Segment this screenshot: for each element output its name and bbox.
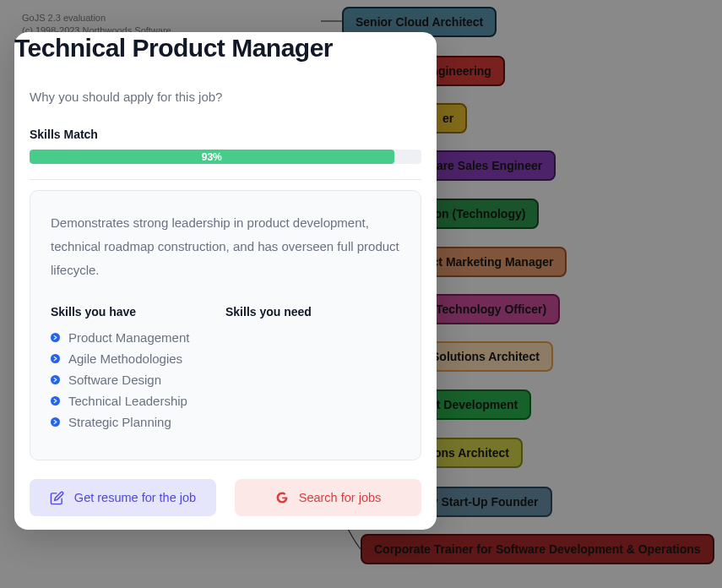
- details-card: Demonstrates strong leadership in produc…: [30, 190, 421, 460]
- modal-subtitle: Why you should apply for this job?: [30, 90, 421, 104]
- google-icon: [275, 491, 289, 504]
- skill-label: Strategic Planning: [68, 415, 171, 429]
- job-modal: Technical Product Manager Why you should…: [14, 32, 437, 530]
- arrow-bullet-icon: [51, 375, 60, 384]
- modal-title: Technical Product Manager: [14, 34, 437, 63]
- skills-match-progress: 93%: [30, 150, 421, 164]
- arrow-bullet-icon: [51, 354, 60, 363]
- skill-label: Technical Leadership: [68, 394, 187, 408]
- skills-match-progress-fill: 93%: [30, 150, 394, 164]
- skills-match-label: Skills Match: [30, 128, 421, 141]
- skill-item: Technical Leadership: [51, 394, 225, 408]
- arrow-bullet-icon: [51, 396, 60, 406]
- divider: [30, 179, 421, 180]
- skills-you-need-header: Skills you need: [225, 305, 400, 318]
- skill-item: Agile Methodologies: [51, 351, 225, 366]
- search-jobs-label: Search for jobs: [299, 491, 382, 504]
- skills-you-have-col: Skills you have Product ManagementAgile …: [51, 305, 225, 436]
- skills-you-have-list: Product ManagementAgile MethodologiesSof…: [51, 330, 225, 429]
- skill-label: Software Design: [68, 373, 161, 387]
- skills-you-need-col: Skills you need: [225, 305, 400, 436]
- get-resume-label: Get resume for the job: [74, 491, 196, 504]
- skills-match-percent: 93%: [202, 151, 222, 163]
- get-resume-button[interactable]: Get resume for the job: [30, 479, 216, 516]
- skills-you-have-header: Skills you have: [51, 305, 225, 318]
- arrow-bullet-icon: [51, 333, 60, 342]
- skill-item: Strategic Planning: [51, 415, 225, 429]
- skill-label: Product Management: [68, 330, 189, 345]
- search-jobs-button[interactable]: Search for jobs: [235, 479, 421, 516]
- skill-label: Agile Methodologies: [68, 351, 182, 366]
- job-description: Demonstrates strong leadership in produc…: [51, 211, 400, 281]
- skill-item: Product Management: [51, 330, 225, 345]
- skill-item: Software Design: [51, 373, 225, 387]
- arrow-bullet-icon: [51, 417, 60, 427]
- edit-icon: [50, 491, 64, 505]
